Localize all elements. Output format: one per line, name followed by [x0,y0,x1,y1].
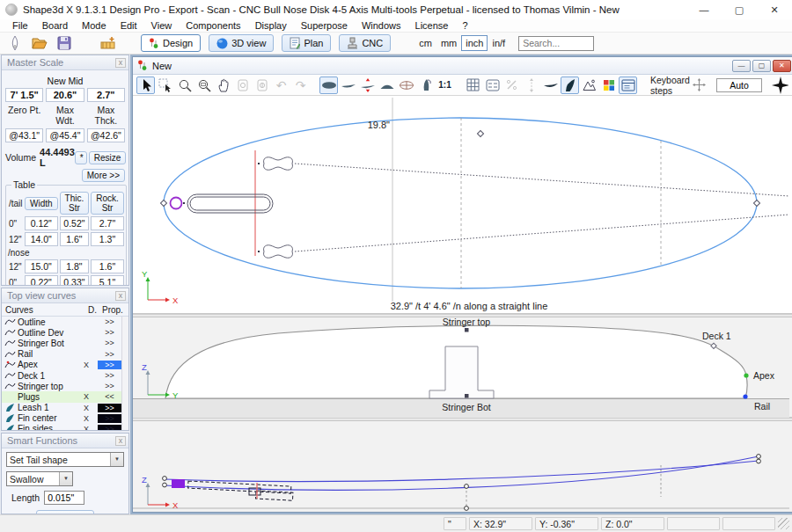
curve-row-stringer-bot[interactable]: Stringer Bot >> [2,338,128,348]
menu-components[interactable]: Components [179,20,247,31]
tail-deck-point[interactable] [163,477,167,481]
plan-button[interactable]: Plan [282,34,331,52]
curve-row-fin-center[interactable]: Fin center X >> [2,413,128,424]
menu-license[interactable]: License [408,20,456,31]
close-icon[interactable]: x [115,436,126,446]
menu-view[interactable]: View [144,20,180,31]
curve-row-plugs[interactable]: Plugs X << [2,391,128,402]
width-value[interactable]: 20.6" [46,88,84,102]
curve-row-rail[interactable]: Rail >> [2,349,128,360]
table-cell[interactable]: 1.8" [60,259,90,273]
maximize-icon[interactable]: ▢ [722,0,757,19]
stringer-bot-point[interactable] [465,394,469,398]
volume-star-button[interactable]: * [75,151,87,164]
thic-str-col-button[interactable]: Thic. Str [60,192,90,215]
menu-file[interactable]: File [5,20,35,31]
chevron-down-icon[interactable]: ▼ [110,453,123,466]
thickness-view-icon[interactable] [358,77,377,94]
fins-icon[interactable] [561,77,579,94]
length-input[interactable] [44,491,84,505]
perspective-view-icon[interactable] [416,77,435,94]
deck-view-icon[interactable] [378,77,396,94]
copy-slice-back-icon[interactable] [233,77,252,94]
profile-view-canvas[interactable]: Z X [133,421,792,511]
table-cell[interactable]: 2.7" [91,216,124,230]
table-cell[interactable]: 1.6" [60,232,90,246]
stringer-top-point[interactable] [465,328,469,332]
baseline-point[interactable] [465,506,469,511]
apex-point[interactable] [744,373,748,377]
rocker-view-icon[interactable] [339,77,357,94]
chevron-down-icon[interactable]: ▼ [59,472,72,485]
doc-close-icon[interactable]: ✕ [773,60,791,72]
more-button[interactable]: More >> [82,169,125,182]
measure-icon[interactable] [502,77,521,94]
table-cell[interactable]: 5.1" [91,275,124,286]
mid-bottom-point[interactable] [465,485,469,489]
slice-view-canvas[interactable]: Stringer top Deck 1 Apex Rail Stringer B… [133,317,792,418]
properties-panel-icon[interactable] [619,77,637,94]
nose-tip-point-lower[interactable] [757,459,761,463]
rail-point[interactable] [743,394,747,398]
resize-grip[interactable] [778,518,789,529]
zoom-tool-icon[interactable] [175,77,194,94]
unit-inch[interactable]: inch [461,35,488,51]
resize-button[interactable]: Resize [89,151,127,164]
table-cell[interactable]: 0.33" [60,275,90,286]
curves-panel-header[interactable]: Top view curves x [2,288,128,303]
slice-view-icon[interactable] [397,77,415,94]
table-cell[interactable]: 14.0" [25,232,58,246]
menu-display[interactable]: Display [248,20,294,31]
open-file-icon[interactable] [30,34,49,52]
tail-bottom-point[interactable] [163,483,167,487]
move-steps-icon[interactable] [690,77,708,94]
select-rect-tool-icon[interactable] [156,77,174,94]
table-cell[interactable]: 0.22" [25,275,58,286]
keyboard-steps-input[interactable] [716,78,762,92]
pan-tool-icon[interactable] [214,77,232,94]
curve-row-apex[interactable]: Apex X >> [2,360,128,370]
board-outline-curve[interactable] [164,118,757,288]
curve-row-outline-dev[interactable]: Outline Dev >> [2,327,128,338]
outline-control-point[interactable] [477,130,483,136]
tail-shape-select[interactable]: Swallow ▼ [6,471,73,486]
curve-row-deck-1[interactable]: Deck 1 >> [2,370,128,381]
table-cell[interactable]: 0.12" [25,216,58,230]
table-cell[interactable]: 0.52" [60,216,90,230]
width-col-button[interactable]: Width [25,197,58,210]
table-cell[interactable]: 1.3" [91,232,124,246]
smart-functions-header[interactable]: Smart Functions x [2,434,128,448]
tail-control-point[interactable] [160,200,166,206]
pointer-tool-icon[interactable] [136,77,155,94]
thickness-value[interactable]: 2.7" [87,88,125,102]
menu-superpose[interactable]: Superpose [294,20,355,31]
function-select[interactable]: Set Tail shape ▼ [6,452,124,467]
unit-inf[interactable]: in/f [488,38,510,48]
curve-row-stringer-top[interactable]: Stringer top >> [2,381,128,391]
curves-scrollbar[interactable] [121,317,128,431]
new-board-icon[interactable] [5,34,25,52]
menu-help[interactable]: ? [455,20,474,31]
resize-tool-icon[interactable] [99,34,118,52]
compass-icon[interactable] [771,77,789,94]
menu-edit[interactable]: Edit [114,20,144,31]
design-mode-button[interactable]: Design [141,34,201,52]
nose-tip-point-upper[interactable] [757,455,761,459]
center-fin-box[interactable] [183,194,273,213]
colors-icon[interactable] [599,77,618,94]
minimize-icon[interactable]: — [686,0,722,19]
curve-row-fin-sides[interactable]: Fin sides X >> [2,424,128,431]
close-icon[interactable]: x [115,291,126,301]
max-wdt-value[interactable]: @45.4" [46,128,84,142]
nose-control-point[interactable] [753,200,759,206]
menu-windows[interactable]: Windows [355,20,408,31]
one-to-one-icon[interactable]: 1:1 [436,77,454,94]
max-thck-value[interactable]: @42.6" [87,128,125,142]
fin-box-side-view[interactable] [188,481,293,500]
leash-plug-marker[interactable] [171,198,182,209]
table-cell[interactable]: 15.0" [25,259,58,273]
save-icon[interactable] [55,34,74,52]
smooth-curve-icon[interactable] [541,77,560,94]
leash-plug-side-marker[interactable] [172,479,185,488]
length-value[interactable]: 7' 1.5" [5,88,43,102]
